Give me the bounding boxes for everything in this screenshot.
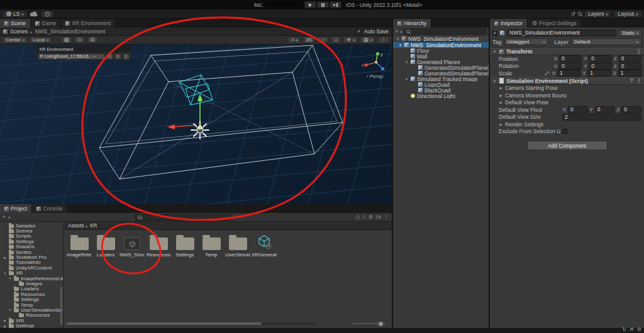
assets-horizontal-scrollbar[interactable] — [67, 322, 316, 325]
environment-settings-button[interactable]: ⋮ — [123, 53, 130, 60]
camera-settings-button[interactable]: ⋮ — [377, 36, 389, 43]
2d-toggle[interactable]: 2D — [303, 36, 315, 43]
snap-button[interactable]: ⊙ — [74, 36, 86, 43]
shading-mode-dropdown[interactable]: ◑▾ — [287, 36, 301, 43]
foldout-icon[interactable]: ▶ — [499, 94, 503, 97]
account-menu[interactable]: LS ▾ — [3, 11, 27, 18]
pivot-dropdown[interactable]: Center▾ — [3, 36, 28, 43]
tree-item[interactable]: Resources — [0, 292, 63, 297]
breadcrumb-xr[interactable]: XR — [90, 222, 97, 229]
position-y-field[interactable]: 0 — [589, 55, 611, 62]
layer-dropdown[interactable]: Default ▾ — [571, 38, 641, 45]
tab-game[interactable]: Game — [31, 19, 61, 28]
tree-scrollbar[interactable] — [60, 287, 62, 325]
breadcrumb-current[interactable]: NWS_SimulationEnvironment — [35, 28, 105, 35]
hierarchy-item[interactable]: Floor — [393, 48, 489, 53]
history-button[interactable] — [41, 11, 54, 18]
default-view-pose-row[interactable]: ▶ Default View Pose — [490, 99, 644, 107]
tree-item[interactable]: TutorialInfo — [0, 260, 63, 265]
more-icon[interactable]: ⋮ — [636, 78, 641, 84]
tab-project[interactable]: Project — [0, 204, 32, 213]
orientation-dropdown[interactable]: Local▾ — [30, 36, 52, 43]
camera-movement-bounds-row[interactable]: ▶ Camera Movement Bounds — [490, 92, 644, 99]
pivot-y-field[interactable]: 0 — [595, 106, 615, 113]
foldout-icon[interactable]: ▶ — [499, 123, 503, 126]
default-view-size-field[interactable]: 2 — [562, 114, 641, 121]
script-component-header[interactable]: ▼ Simulation Environment (Script) ? ⋮ — [490, 77, 644, 85]
directional-light-gizmo[interactable] — [191, 121, 209, 139]
tree-item[interactable]: ▶TextMesh Pro — [0, 254, 63, 259]
active-checkbox[interactable]: ✓ — [492, 31, 497, 36]
asset-item[interactable]: ImageRefe... — [67, 234, 92, 258]
effects-dropdown[interactable]: ★▾ — [343, 36, 358, 43]
scene-viewport[interactable]: XR Environment LivingRoom_17.5ftx16... ▾… — [0, 45, 392, 204]
add-component-button[interactable]: Add Component — [527, 141, 608, 150]
hidden-packages-icon[interactable]: ⊘ — [369, 214, 374, 220]
rotation-z-field[interactable]: 0 — [619, 63, 641, 70]
add-icon[interactable]: + — [395, 29, 398, 35]
rotation-y-field[interactable]: 0 — [589, 63, 611, 70]
asset-item[interactable]: UserSimula... — [225, 234, 250, 258]
settings-icon[interactable]: ⚙ — [637, 327, 641, 332]
tab-xr-environment[interactable]: XR Environment — [61, 19, 116, 28]
scale-y-field[interactable]: 1 — [587, 70, 611, 77]
tab-console[interactable]: Console — [32, 204, 67, 213]
render-settings-row[interactable]: ▶ Render Settings — [490, 121, 644, 128]
pivot-z-field[interactable]: 0 — [621, 106, 641, 113]
position-x-field[interactable]: 0 — [559, 55, 582, 62]
camera-starting-pose-row[interactable]: ▶ Camera Starting Pose — [490, 85, 644, 92]
foldout-icon[interactable]: ▶ — [3, 319, 7, 322]
cloud-icon[interactable] — [30, 11, 38, 17]
lighting-toggle[interactable]: ☼ — [317, 36, 328, 43]
prev-environment-button[interactable]: ‹ — [106, 53, 113, 60]
hierarchy-item[interactable]: GeneratedSimulatedPlane(Clone) — [393, 65, 489, 70]
grid-snap-button[interactable]: ▦ — [60, 36, 72, 43]
hierarchy-item[interactable]: ▼ Generated Planes — [393, 59, 489, 65]
scene-header-row[interactable]: ▼ NWS_SimulationEnvironment — [393, 36, 489, 42]
foldout-icon[interactable]: ▼ — [404, 60, 409, 64]
tree-item[interactable]: UnityXRContent — [0, 265, 63, 270]
pivot-x-field[interactable]: 0 — [568, 106, 588, 113]
pause-button[interactable] — [317, 1, 329, 8]
foldout-icon[interactable]: ▶ — [499, 86, 503, 90]
foldout-icon[interactable]: ▶ — [3, 256, 7, 259]
view-mode-label[interactable]: ‹ Persp — [360, 74, 390, 79]
tree-item[interactable]: ▼ImageReferenceLibra — [0, 276, 63, 281]
rotation-x-field[interactable]: 0 — [559, 63, 582, 70]
asset-item[interactable]: Loaders — [93, 234, 118, 258]
asset-item-nws-simulation[interactable]: NWS_Simu... — [119, 234, 145, 258]
foldout-icon[interactable]: ▼ — [492, 79, 497, 83]
play-button[interactable] — [304, 1, 316, 8]
hierarchy-item[interactable]: BlackQuad — [393, 87, 489, 93]
breadcrumb-assets[interactable]: Assets — [68, 222, 84, 229]
tree-item[interactable]: Samples — [0, 223, 63, 228]
scale-x-field[interactable]: 1 — [557, 70, 580, 77]
asset-item[interactable]: Temp — [199, 234, 224, 258]
breadcrumb-root[interactable]: Scenes — [10, 28, 28, 35]
search-by-type-icon[interactable]: ◇ — [355, 214, 360, 220]
tab-scene[interactable]: Scene — [0, 19, 31, 28]
tab-inspector[interactable]: Inspector — [490, 19, 528, 28]
hierarchy-item[interactable]: ▼ NWS_SimulationEnvironment — [393, 42, 489, 48]
tree-item[interactable]: Settings — [0, 239, 63, 244]
undo-history-icon[interactable]: ↺ — [570, 11, 575, 17]
tab-project-settings[interactable]: ⚙ Project Settings — [528, 19, 582, 28]
more-icon[interactable]: ⋮ — [636, 49, 641, 55]
foldout-icon[interactable]: ▼ — [398, 43, 402, 47]
gameobject-name-field[interactable]: NWS_SimulationEnvironment — [507, 30, 616, 36]
message-icon[interactable]: ✉ — [630, 327, 634, 332]
tree-item[interactable]: Loaders — [0, 287, 63, 292]
audio-toggle[interactable]: ♫ — [331, 36, 341, 43]
hierarchy-item[interactable]: Directional Light — [393, 93, 489, 99]
link-icon[interactable] — [545, 71, 550, 76]
next-environment-button[interactable]: › — [114, 53, 121, 60]
tree-item[interactable]: Images — [0, 281, 63, 286]
position-z-field[interactable]: 0 — [619, 55, 641, 62]
grid-visibility-dropdown[interactable]: ▦▾ — [360, 36, 375, 43]
layout-dropdown[interactable]: Layout ▾ — [614, 11, 641, 18]
add-icon[interactable]: + — [3, 214, 6, 220]
tree-item[interactable]: Scripts — [0, 234, 63, 239]
hierarchy-item[interactable]: Wall — [393, 53, 489, 59]
layers-dropdown[interactable]: Layers ▾ — [584, 11, 612, 18]
tree-item[interactable]: Resources — [0, 313, 63, 318]
